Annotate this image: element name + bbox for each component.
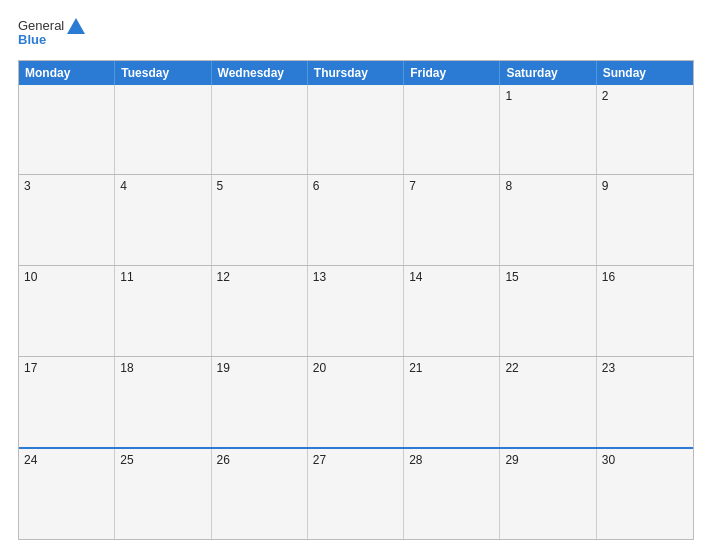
logo-triangle-icon — [67, 18, 85, 34]
day-number: 24 — [24, 453, 37, 467]
cal-header-cell-sunday: Sunday — [597, 61, 693, 85]
cal-header-cell-friday: Friday — [404, 61, 500, 85]
cal-cell: 26 — [212, 449, 308, 539]
cal-cell: 25 — [115, 449, 211, 539]
day-number: 13 — [313, 270, 326, 284]
cal-cell — [212, 85, 308, 175]
cal-header-cell-tuesday: Tuesday — [115, 61, 211, 85]
cal-cell: 14 — [404, 266, 500, 356]
day-number: 22 — [505, 361, 518, 375]
day-number: 21 — [409, 361, 422, 375]
calendar-grid: MondayTuesdayWednesdayThursdayFridaySatu… — [18, 60, 694, 540]
day-number: 10 — [24, 270, 37, 284]
cal-cell: 28 — [404, 449, 500, 539]
cal-week-4: 17181920212223 — [19, 356, 693, 447]
cal-cell: 6 — [308, 175, 404, 265]
cal-header-cell-saturday: Saturday — [500, 61, 596, 85]
day-number: 30 — [602, 453, 615, 467]
logo-blue-text: Blue — [18, 32, 46, 48]
cal-header-cell-thursday: Thursday — [308, 61, 404, 85]
cal-cell: 22 — [500, 357, 596, 447]
page-header: General Blue — [18, 18, 694, 48]
cal-week-1: 12 — [19, 85, 693, 175]
day-number: 18 — [120, 361, 133, 375]
cal-cell: 4 — [115, 175, 211, 265]
day-number: 12 — [217, 270, 230, 284]
cal-cell — [308, 85, 404, 175]
cal-cell: 8 — [500, 175, 596, 265]
day-number: 7 — [409, 179, 416, 193]
cal-cell — [404, 85, 500, 175]
day-number: 8 — [505, 179, 512, 193]
cal-cell: 16 — [597, 266, 693, 356]
day-number: 16 — [602, 270, 615, 284]
cal-cell: 5 — [212, 175, 308, 265]
day-number: 11 — [120, 270, 133, 284]
cal-cell: 19 — [212, 357, 308, 447]
day-number: 14 — [409, 270, 422, 284]
day-number: 17 — [24, 361, 37, 375]
cal-cell: 3 — [19, 175, 115, 265]
cal-cell: 7 — [404, 175, 500, 265]
day-number: 4 — [120, 179, 127, 193]
cal-week-3: 10111213141516 — [19, 265, 693, 356]
day-number: 3 — [24, 179, 31, 193]
day-number: 5 — [217, 179, 224, 193]
calendar-header: MondayTuesdayWednesdayThursdayFridaySatu… — [19, 61, 693, 85]
cal-week-5: 24252627282930 — [19, 447, 693, 539]
cal-cell: 11 — [115, 266, 211, 356]
cal-cell: 30 — [597, 449, 693, 539]
day-number: 26 — [217, 453, 230, 467]
day-number: 19 — [217, 361, 230, 375]
cal-header-cell-wednesday: Wednesday — [212, 61, 308, 85]
day-number: 23 — [602, 361, 615, 375]
cal-cell: 18 — [115, 357, 211, 447]
calendar-page: General Blue MondayTuesdayWednesdayThurs… — [0, 0, 712, 550]
cal-cell: 23 — [597, 357, 693, 447]
cal-cell: 12 — [212, 266, 308, 356]
cal-cell: 15 — [500, 266, 596, 356]
cal-cell: 10 — [19, 266, 115, 356]
cal-header-cell-monday: Monday — [19, 61, 115, 85]
cal-cell: 9 — [597, 175, 693, 265]
day-number: 29 — [505, 453, 518, 467]
cal-week-2: 3456789 — [19, 174, 693, 265]
cal-cell: 29 — [500, 449, 596, 539]
cal-cell: 24 — [19, 449, 115, 539]
cal-cell: 27 — [308, 449, 404, 539]
day-number: 9 — [602, 179, 609, 193]
cal-cell: 2 — [597, 85, 693, 175]
day-number: 25 — [120, 453, 133, 467]
day-number: 28 — [409, 453, 422, 467]
day-number: 6 — [313, 179, 320, 193]
day-number: 27 — [313, 453, 326, 467]
day-number: 15 — [505, 270, 518, 284]
day-number: 20 — [313, 361, 326, 375]
cal-cell: 21 — [404, 357, 500, 447]
cal-cell — [19, 85, 115, 175]
day-number: 2 — [602, 89, 609, 103]
cal-cell: 13 — [308, 266, 404, 356]
cal-cell: 20 — [308, 357, 404, 447]
day-number: 1 — [505, 89, 512, 103]
cal-cell — [115, 85, 211, 175]
cal-cell: 17 — [19, 357, 115, 447]
logo: General Blue — [18, 18, 85, 48]
cal-cell: 1 — [500, 85, 596, 175]
calendar-body: 1234567891011121314151617181920212223242… — [19, 85, 693, 539]
